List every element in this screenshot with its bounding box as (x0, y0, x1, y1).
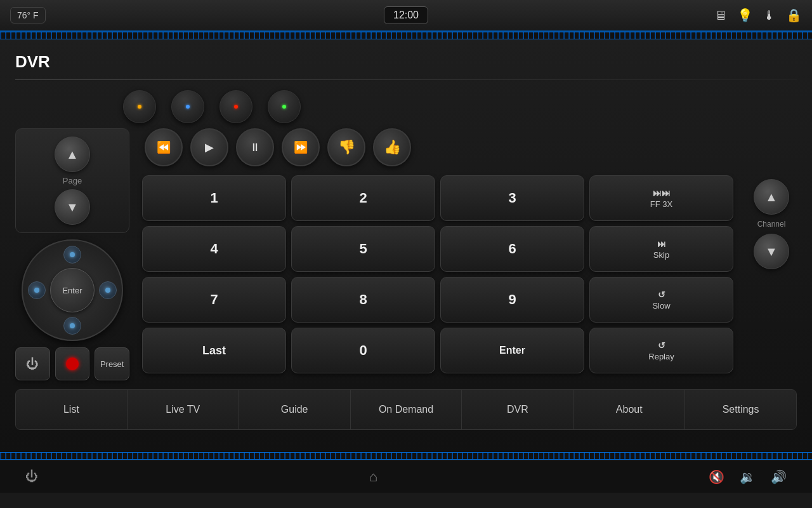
play-button[interactable]: ▶ (190, 128, 228, 166)
page-up-button[interactable]: ▲ (55, 137, 90, 172)
led-button-2[interactable] (171, 90, 204, 123)
led-button-4[interactable] (268, 90, 301, 123)
page-controls: ▲ Page ▼ (15, 128, 129, 233)
record-dot (66, 358, 79, 370)
nav-livetv[interactable]: Live TV (128, 390, 239, 429)
led-button-1[interactable] (123, 90, 156, 123)
numpad-9[interactable]: 9 (440, 277, 584, 323)
pause-button[interactable]: ⏸ (236, 128, 274, 166)
dpad-dot-left (34, 288, 39, 293)
numpad-3[interactable]: 3 (440, 175, 584, 221)
dot-band (0, 32, 812, 39)
nav-about[interactable]: About (573, 390, 685, 429)
numpad-4[interactable]: 4 (142, 226, 286, 272)
action-buttons: ⏻ Preset (15, 347, 129, 380)
numpad-ff3x[interactable]: ⏭⏭ FF 3X (589, 175, 733, 221)
led-green (282, 105, 286, 109)
fast-forward-button[interactable]: ⏩ (282, 128, 320, 166)
monitor-icon[interactable]: 🖥 (714, 8, 727, 23)
thermometer-icon[interactable]: 🌡 (763, 8, 776, 23)
sys-vol-down-icon[interactable]: 🔉 (740, 469, 756, 485)
numpad-1[interactable]: 1 (142, 175, 286, 221)
power-button[interactable]: ⏻ (15, 347, 50, 380)
numpad-5[interactable]: 5 (291, 226, 435, 272)
temperature-display: 76° F (10, 7, 46, 23)
remote-panel: ▲ Page ▼ Enter ⏻ Preset (15, 128, 797, 380)
page-title: DVR (15, 52, 797, 72)
numpad-replay[interactable]: ↺ Replay (589, 328, 733, 373)
led-blue (186, 105, 190, 109)
page-label: Page (63, 176, 82, 185)
sys-volume-controls: 🔇 🔉 🔊 (709, 469, 787, 485)
numpad-7[interactable]: 7 (142, 277, 286, 323)
dpad-down[interactable] (63, 317, 81, 335)
dpad-dot-down (70, 323, 75, 328)
sys-mute-icon[interactable]: 🔇 (709, 469, 724, 485)
dpad-container: Enter (22, 239, 123, 341)
nav-settings[interactable]: Settings (685, 390, 796, 429)
rewind-button[interactable]: ⏪ (145, 128, 183, 166)
top-icons: 🖥 💡 🌡 🔒 (714, 8, 802, 23)
numpad-8[interactable]: 8 (291, 277, 435, 323)
dpad-dot-right (105, 288, 110, 293)
nav-guide[interactable]: Guide (239, 390, 351, 429)
page-down-button[interactable]: ▼ (55, 189, 90, 225)
main-area: DVR ▲ Page ▼ Enter (0, 39, 812, 452)
lightbulb-icon[interactable]: 💡 (737, 8, 753, 23)
numpad-slow[interactable]: ↺ Slow (589, 277, 733, 323)
time-display: 12:00 (384, 6, 428, 24)
numpad-last[interactable]: Last (142, 328, 286, 373)
sys-vol-up-icon[interactable]: 🔊 (771, 469, 787, 485)
channel-label: Channel (757, 220, 786, 229)
channel-down-button[interactable]: ▼ (754, 234, 789, 269)
middle-column: ⏪ ▶ ⏸ ⏩ 👎 👍 1 2 3 ⏭⏭ FF 3X 4 5 6 (142, 128, 733, 373)
left-column: ▲ Page ▼ Enter ⏻ Preset (15, 128, 129, 380)
numpad-2[interactable]: 2 (291, 175, 435, 221)
nav-ondemand[interactable]: On Demand (351, 390, 462, 429)
nav-dvr[interactable]: DVR (462, 390, 573, 429)
channel-up-button[interactable]: ▲ (754, 179, 789, 215)
dpad-dot-up (70, 252, 75, 257)
top-bar: 76° F 12:00 🖥 💡 🌡 🔒 (0, 0, 812, 32)
thumbup-button[interactable]: 👍 (373, 128, 411, 166)
bottom-nav: List Live TV Guide On Demand DVR About S… (15, 389, 797, 430)
right-column: ▲ Channel ▼ (746, 128, 797, 269)
dpad-enter-button[interactable]: Enter (50, 268, 95, 312)
dpad-up[interactable] (63, 246, 81, 264)
divider (15, 79, 797, 80)
thumbdown-button[interactable]: 👎 (327, 128, 365, 166)
dpad-circle: Enter (22, 239, 123, 341)
nav-list[interactable]: List (16, 390, 128, 429)
sys-home-icon[interactable]: ⌂ (369, 469, 377, 485)
numpad: 1 2 3 ⏭⏭ FF 3X 4 5 6 ⏭ Skip 7 8 9 ↺ (142, 175, 733, 373)
dpad-right[interactable] (99, 281, 117, 299)
numpad-enter[interactable]: Enter (440, 328, 584, 373)
lock-icon[interactable]: 🔒 (786, 8, 802, 23)
dpad-left[interactable] (28, 281, 46, 299)
led-yellow (138, 105, 141, 109)
numpad-6[interactable]: 6 (440, 226, 584, 272)
led-button-3[interactable] (219, 90, 252, 123)
led-row (123, 90, 797, 123)
numpad-0[interactable]: 0 (291, 328, 435, 373)
transport-row: ⏪ ▶ ⏸ ⏩ 👎 👍 (142, 128, 733, 166)
preset-button[interactable]: Preset (95, 347, 129, 380)
record-button[interactable] (55, 347, 90, 380)
system-bar: ⏻ ⌂ 🔇 🔉 🔊 (0, 460, 812, 493)
sys-power-icon[interactable]: ⏻ (25, 469, 38, 484)
dot-band-bottom (0, 452, 812, 460)
numpad-skip[interactable]: ⏭ Skip (589, 226, 733, 272)
led-red (234, 105, 238, 109)
